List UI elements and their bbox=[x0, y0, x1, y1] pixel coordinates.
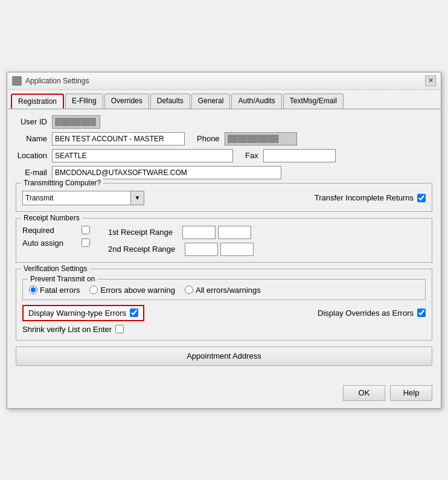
first-range-start[interactable] bbox=[182, 226, 216, 239]
display-overrides-group: Display Overrides as Errors bbox=[318, 309, 426, 318]
title-bar: Application Settings ✕ bbox=[7, 72, 441, 90]
required-checkbox[interactable] bbox=[82, 226, 90, 234]
fax-label: Fax bbox=[245, 151, 263, 160]
transmit-select[interactable]: Transmit Do Not Transmit bbox=[22, 191, 131, 205]
prevent-transmit-box: Prevent Transmit on Fatal errors Errors … bbox=[22, 279, 426, 300]
first-range-row: 1st Receipt Range bbox=[108, 226, 254, 239]
tab-textmsg-email[interactable]: TextMsg/Email bbox=[283, 94, 344, 109]
help-button[interactable]: Help bbox=[390, 385, 432, 401]
name-input[interactable] bbox=[52, 132, 185, 146]
first-range-label: 1st Receipt Range bbox=[108, 228, 178, 237]
receipt-section: Receipt Numbers Required Auto assign 1st… bbox=[16, 218, 432, 263]
verification-title: Verification Settings bbox=[21, 264, 89, 273]
receipt-content: Required Auto assign 1st Receipt Range bbox=[22, 226, 426, 256]
errors-above-label: Errors above warning bbox=[100, 286, 175, 295]
second-range-label: 2nd Receipt Range bbox=[108, 245, 180, 254]
required-row: Required bbox=[22, 226, 90, 235]
radio-row: Fatal errors Errors above warning All er… bbox=[29, 286, 419, 295]
tab-efiling[interactable]: E-Filing bbox=[65, 94, 103, 109]
name-label: Name bbox=[16, 134, 52, 143]
close-button[interactable]: ✕ bbox=[425, 75, 436, 86]
email-input[interactable] bbox=[52, 166, 281, 179]
transmitting-section: Transmitting Computer? Transmit Do Not T… bbox=[16, 183, 432, 212]
auto-assign-row: Auto assign bbox=[22, 238, 90, 248]
shrink-verify-checkbox[interactable] bbox=[115, 325, 124, 333]
tab-overrides[interactable]: Overrides bbox=[104, 94, 149, 109]
transmit-select-wrapper: Transmit Do Not Transmit ▼ bbox=[22, 191, 144, 205]
radio-errors-above: Errors above warning bbox=[89, 286, 175, 295]
ok-button[interactable]: OK bbox=[343, 385, 385, 401]
display-overrides-checkbox[interactable] bbox=[417, 309, 426, 317]
shrink-row: Shrink verify List on Enter bbox=[22, 325, 426, 334]
auto-assign-checkbox[interactable] bbox=[82, 238, 90, 247]
fatal-errors-radio[interactable] bbox=[29, 286, 37, 294]
errors-above-radio[interactable] bbox=[89, 286, 98, 294]
email-label: E-mail bbox=[16, 168, 52, 177]
tab-general[interactable]: General bbox=[191, 94, 231, 109]
tab-auth-audits[interactable]: Auth/Audits bbox=[231, 94, 281, 109]
transfer-row: Transfer Incomplete Returns bbox=[315, 193, 426, 202]
name-row: Name Phone bbox=[16, 132, 432, 146]
second-range-end[interactable] bbox=[220, 243, 254, 256]
userid-input[interactable] bbox=[52, 115, 100, 129]
application-window: Application Settings ✕ Registration E-Fi… bbox=[7, 72, 441, 409]
warning-row: Display Warning-type Errors Display Over… bbox=[22, 305, 426, 321]
fatal-errors-label: Fatal errors bbox=[40, 286, 80, 295]
all-errors-radio[interactable] bbox=[185, 286, 193, 294]
location-input[interactable] bbox=[52, 149, 233, 162]
display-overrides-label: Display Overrides as Errors bbox=[318, 309, 414, 318]
receipt-title: Receipt Numbers bbox=[21, 214, 82, 222]
first-range-inputs bbox=[182, 226, 251, 239]
bottom-button-bar: OK Help bbox=[7, 380, 441, 408]
display-warning-group: Display Warning-type Errors bbox=[22, 305, 144, 321]
tab-registration[interactable]: Registration bbox=[11, 94, 64, 109]
transfer-checkbox[interactable] bbox=[417, 194, 426, 202]
window-title: Application Settings bbox=[25, 77, 89, 85]
all-errors-label: All errors/warnings bbox=[196, 286, 261, 295]
phone-section: Phone bbox=[197, 132, 297, 146]
appointment-address-button[interactable]: Appointment Address bbox=[16, 347, 432, 366]
verification-section: Verification Settings Prevent Transmit o… bbox=[16, 269, 432, 341]
second-range-row: 2nd Receipt Range bbox=[108, 243, 254, 256]
display-warning-checkbox[interactable] bbox=[130, 309, 138, 317]
userid-label: User ID bbox=[16, 117, 52, 126]
radio-fatal-errors: Fatal errors bbox=[29, 286, 80, 295]
userid-row: User ID bbox=[16, 115, 432, 129]
location-label: Location bbox=[16, 151, 52, 160]
email-row: E-mail bbox=[16, 166, 432, 179]
phone-label: Phone bbox=[197, 134, 225, 143]
auto-assign-label: Auto assign bbox=[22, 238, 77, 248]
fax-section: Fax bbox=[245, 149, 336, 162]
app-icon bbox=[12, 76, 22, 86]
tab-content: User ID Name Phone Location Fax E-mail bbox=[7, 109, 441, 380]
second-range-inputs bbox=[185, 243, 254, 256]
first-range-end[interactable] bbox=[218, 226, 251, 239]
select-dropdown-arrow[interactable]: ▼ bbox=[131, 191, 144, 205]
receipt-right: 1st Receipt Range 2nd Receipt Range bbox=[108, 226, 254, 256]
transmitting-title: Transmitting Computer? bbox=[21, 179, 103, 187]
second-range-start[interactable] bbox=[185, 243, 218, 256]
shrink-verify-label: Shrink verify List on Enter bbox=[22, 325, 112, 334]
phone-input[interactable] bbox=[225, 132, 297, 146]
tab-defaults[interactable]: Defaults bbox=[150, 94, 190, 109]
prevent-title: Prevent Transmit on bbox=[28, 275, 97, 283]
tab-bar: Registration E-Filing Overrides Defaults… bbox=[7, 90, 441, 109]
location-row: Location Fax bbox=[16, 149, 432, 162]
display-warning-label: Display Warning-type Errors bbox=[28, 309, 126, 318]
transmit-row: Transmit Do Not Transmit ▼ Transfer Inco… bbox=[22, 191, 426, 205]
receipt-left: Required Auto assign bbox=[22, 226, 90, 256]
radio-all-errors: All errors/warnings bbox=[185, 286, 261, 295]
required-label: Required bbox=[22, 226, 77, 235]
fax-input[interactable] bbox=[263, 149, 336, 162]
transfer-label: Transfer Incomplete Returns bbox=[315, 193, 414, 202]
